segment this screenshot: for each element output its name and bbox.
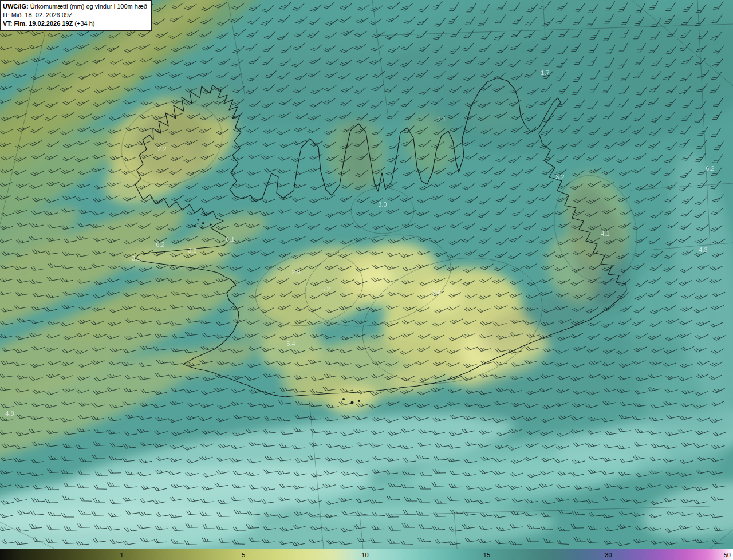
precip-value-label: 6.2	[706, 165, 714, 172]
precip-value-label: 4.1	[601, 230, 609, 237]
map-title: Úrkomumætti (mm) og vindur i 100m hæð	[29, 3, 147, 10]
init-time: IT: Mið. 18. 02. 2026 09Z	[3, 11, 147, 19]
precip-value-label: 3.1	[132, 255, 140, 262]
precip-value-label: 5.2	[321, 286, 330, 293]
title-line-1: UWC/IG: Úrkomumætti (mm) og vindur i 100…	[3, 2, 147, 11]
colorbar-ticks: 1510153050	[0, 549, 733, 560]
colorbar-tick-label: 1	[120, 551, 123, 558]
colorbar-tick-label: 30	[605, 551, 612, 558]
colorbar: 1510153050	[0, 549, 733, 560]
colorbar-tick-label: 10	[361, 551, 368, 558]
valid-time: VT: Fim. 19.02.2026 19Z	[3, 20, 73, 27]
precip-value-label: 3.0	[378, 201, 387, 208]
precip-value-label: 3.4	[432, 289, 440, 296]
lead-time: (+34 h)	[73, 20, 94, 27]
map-title-box: UWC/IG: Úrkomumætti (mm) og vindur i 100…	[0, 0, 152, 31]
precip-value-label: 2.1	[437, 116, 446, 123]
colorbar-tick-label: 50	[724, 551, 731, 558]
title-line-3: VT: Fim. 19.02.2026 19Z (+34 h)	[3, 19, 147, 28]
weather-map-app: 1.72.12.23.26.23.04.16.16.23.84.33.12.95…	[0, 0, 733, 560]
precip-value-label: 3.2	[555, 173, 564, 180]
colorbar-tick-label: 15	[483, 551, 490, 558]
precip-value-label: 6.2	[156, 241, 164, 248]
precip-value-label: 2.2	[157, 145, 166, 152]
colorbar-tick-label: 5	[242, 551, 245, 558]
precip-value-label: 6.1	[226, 236, 234, 243]
precip-value-label: 4.3	[699, 246, 707, 253]
precip-value-label: 1.7	[541, 69, 549, 76]
precip-value-label: 5.4	[286, 340, 295, 347]
weather-map: 1.72.12.23.26.23.04.16.16.23.84.33.12.95…	[0, 0, 733, 549]
model-label: UWC/IG:	[3, 3, 29, 10]
precip-value-label: 4.8	[5, 410, 14, 417]
precip-value-label: 2.9	[291, 269, 300, 275]
precip-value-label: 3.8	[188, 247, 196, 254]
